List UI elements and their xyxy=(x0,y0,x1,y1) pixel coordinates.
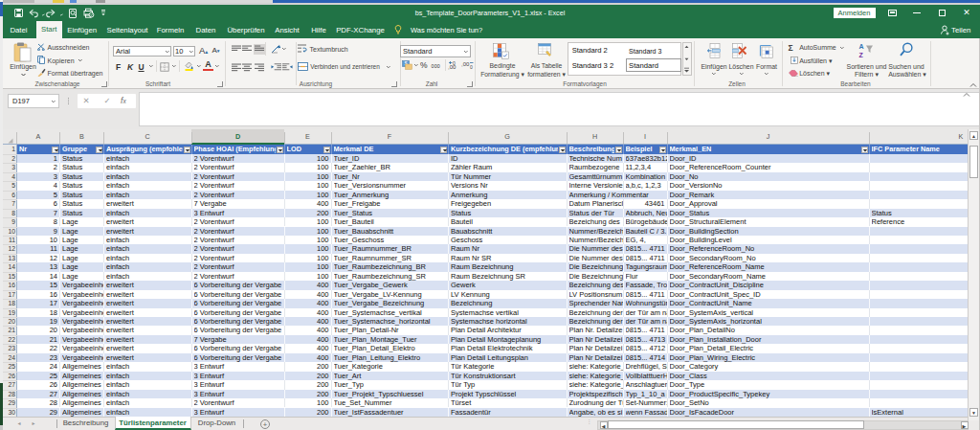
svg-text:A: A xyxy=(859,43,864,50)
svg-text:0: 0 xyxy=(470,64,473,70)
svg-text:Z: Z xyxy=(859,52,864,58)
svg-text:,00: ,00 xyxy=(461,61,470,67)
svg-text:0: 0 xyxy=(453,60,456,66)
